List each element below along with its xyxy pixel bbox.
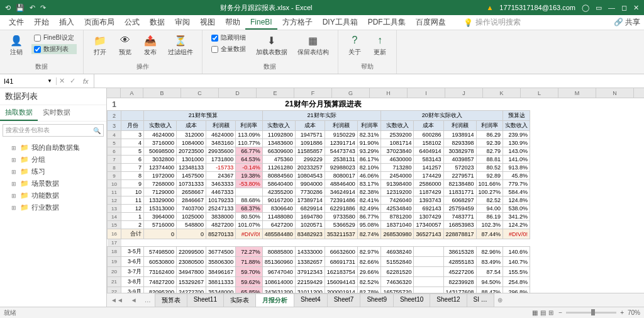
tell-me-search[interactable]: 💡操作说明搜索	[464, 17, 521, 28]
row-header[interactable]: 12	[108, 196, 121, 205]
ribbon-open[interactable]: 📁打开	[89, 31, 111, 58]
zoom-slider[interactable]	[566, 312, 616, 314]
sheet-tab[interactable]: 实际表	[223, 293, 256, 307]
menu-file[interactable]: 文件	[4, 15, 29, 30]
sp-tab-realtime[interactable]: 实时数据	[38, 105, 75, 121]
menu-fang[interactable]: 方方格子	[277, 15, 318, 30]
table-row[interactable]: 14139640001025000383800080.50%1148808016…	[108, 213, 530, 221]
ribbon-full-data[interactable]: 全量数据	[209, 44, 248, 54]
sheet-tab[interactable]: Sheet12	[430, 293, 467, 307]
row-header[interactable]: 18	[108, 247, 121, 257]
sheet-add[interactable]: ⊕	[494, 297, 506, 304]
ribbon-hide-detail[interactable]: 隐藏明细	[209, 33, 248, 43]
fx-label[interactable]: fx	[78, 77, 94, 85]
view-break-icon[interactable]: ⊞	[548, 309, 553, 316]
minimize-icon[interactable]: —	[608, 4, 615, 11]
table-row[interactable]: 1097268000107313333463333-53.80%58640400…	[108, 180, 530, 188]
table-row[interactable]: 1110712900026586674467333423552007730286…	[108, 188, 530, 196]
name-box[interactable]: I41▼	[0, 77, 57, 85]
table-row[interactable]: 16合计0085270133#DIV/0!4855844808348292335…	[108, 229, 530, 239]
ribbon-keep-struct[interactable]: ▦保留表结构	[294, 31, 333, 58]
menu-layout[interactable]: 页面布局	[79, 15, 119, 30]
row-header[interactable]: 11	[108, 188, 121, 196]
table-row[interactable]: 4346240003120004624000113.09%11092800194…	[108, 131, 530, 139]
row-header[interactable]: 21	[108, 277, 121, 287]
row-header[interactable]: 9	[108, 172, 121, 180]
menu-finebi[interactable]: FineBI	[245, 15, 277, 30]
sheet-tab[interactable]: Sheet10	[393, 293, 430, 307]
undo-icon[interactable]: ↶	[30, 4, 35, 12]
sheet-tab[interactable]: 预算表	[155, 293, 187, 307]
tree-node[interactable]: ⊞📁行业数据	[3, 202, 104, 213]
ribbon-load-table[interactable]: ⬇加载表数据	[252, 31, 291, 58]
ribbon-update[interactable]: ↑更新	[369, 31, 391, 58]
ribbon-options-icon[interactable]: ▭	[596, 4, 602, 12]
col-header[interactable]: K	[483, 88, 521, 98]
sheet-tab[interactable]: Sheet11	[187, 293, 224, 307]
col-header[interactable]: J	[445, 88, 483, 98]
table-row[interactable]: 15257160005488004827200101.07%6427200102…	[108, 221, 530, 229]
row-header[interactable]: 13	[108, 205, 121, 213]
row-header[interactable]: 20	[108, 267, 121, 277]
row-header[interactable]: 3	[108, 121, 121, 131]
fx-confirm-icon[interactable]: ✓	[67, 77, 78, 85]
row-header[interactable]: 5	[108, 139, 121, 147]
col-header[interactable]: M	[558, 88, 596, 98]
sheet-nav-first[interactable]: ◄◄	[107, 297, 127, 304]
col-header[interactable]: C	[181, 88, 219, 98]
user-avatar-icon[interactable]: ◯	[582, 4, 589, 12]
sheet-tab[interactable]: Sheet9	[360, 293, 394, 307]
formula-input[interactable]	[94, 74, 644, 88]
menu-view[interactable]: 视图	[195, 15, 220, 30]
zoom-out-icon[interactable]: −	[558, 309, 562, 316]
menu-pdf[interactable]: PDF工具集	[363, 15, 411, 30]
row-header[interactable]: 6	[108, 147, 121, 156]
maximize-icon[interactable]: ◻	[621, 4, 627, 12]
sp-search-input[interactable]: 搜索业务包和表🔍	[3, 124, 104, 137]
tree-node[interactable]: ⊞📁场景数据	[3, 178, 104, 190]
save-icon[interactable]: 💾	[16, 4, 25, 12]
ribbon-data-list[interactable]: 数据列表	[31, 44, 77, 54]
fx-cancel-icon[interactable]: ✕	[57, 77, 67, 85]
menu-help[interactable]: 帮助	[220, 15, 245, 30]
zoom-level[interactable]: 70%	[628, 309, 640, 316]
col-header[interactable]: D	[219, 88, 257, 98]
row-header[interactable]: 2	[108, 111, 121, 121]
ribbon-publish[interactable]: 📤发布	[139, 31, 162, 58]
sheet-tab[interactable]: Sheet4	[294, 293, 328, 307]
col-header[interactable]: A	[121, 88, 143, 98]
row-header[interactable]: 10	[108, 180, 121, 188]
table-row[interactable]: 6550698500207235002993560066.77%66309600…	[108, 147, 530, 156]
table-row[interactable]: 213-8月74827200153292673881133359.62%1086…	[108, 277, 530, 287]
col-header[interactable]: L	[521, 88, 558, 98]
close-icon[interactable]: ✕	[633, 4, 639, 12]
redo-icon[interactable]: ↷	[40, 4, 46, 12]
autosave-icon[interactable]: ⟲	[5, 4, 11, 12]
ribbon-about[interactable]: ?关于	[343, 31, 366, 58]
menu-home[interactable]: 开始	[29, 15, 54, 30]
row-header[interactable]: 19	[108, 257, 121, 267]
table-row[interactable]: 98197200014575002436719.38%8088456010804…	[108, 172, 530, 180]
table-row[interactable]: 203-7月73162400349478003849616759.70%9674…	[108, 267, 530, 277]
row-header[interactable]: 4	[108, 131, 121, 139]
table-row[interactable]: 871237440012348133-15733-0.14%1126128020…	[108, 164, 530, 172]
table-row[interactable]: 183-5月57498500220995003677450072.27%8088…	[108, 247, 530, 257]
menu-insert[interactable]: 插入	[54, 15, 79, 30]
table-row[interactable]: 54371600010840003483160110.77%1348360010…	[108, 139, 530, 147]
menu-formula[interactable]: 公式	[119, 15, 145, 30]
view-normal-icon[interactable]: ▦	[532, 309, 538, 316]
share-button[interactable]: 🔗 共享	[614, 17, 640, 28]
col-header[interactable]: G	[332, 88, 370, 98]
tree-node[interactable]: ⊞📁我的自助数据集	[3, 142, 104, 154]
row-header[interactable]: 8	[108, 164, 121, 172]
row-header[interactable]: 1	[108, 98, 121, 111]
col-header[interactable]: N	[596, 88, 634, 98]
menu-diy[interactable]: DIY工具箱	[318, 15, 363, 30]
row-header[interactable]: 17	[108, 239, 121, 247]
row-header[interactable]: 7	[108, 156, 121, 164]
table-row[interactable]: 13121531300074037002524713368.37%8306640…	[108, 205, 530, 213]
row-header[interactable]: 16	[108, 229, 121, 239]
row-header[interactable]: 15	[108, 221, 121, 229]
row-header[interactable]: 22	[108, 287, 121, 293]
table-row[interactable]: 7630328001301000173180064.53%47536029922…	[108, 156, 530, 164]
